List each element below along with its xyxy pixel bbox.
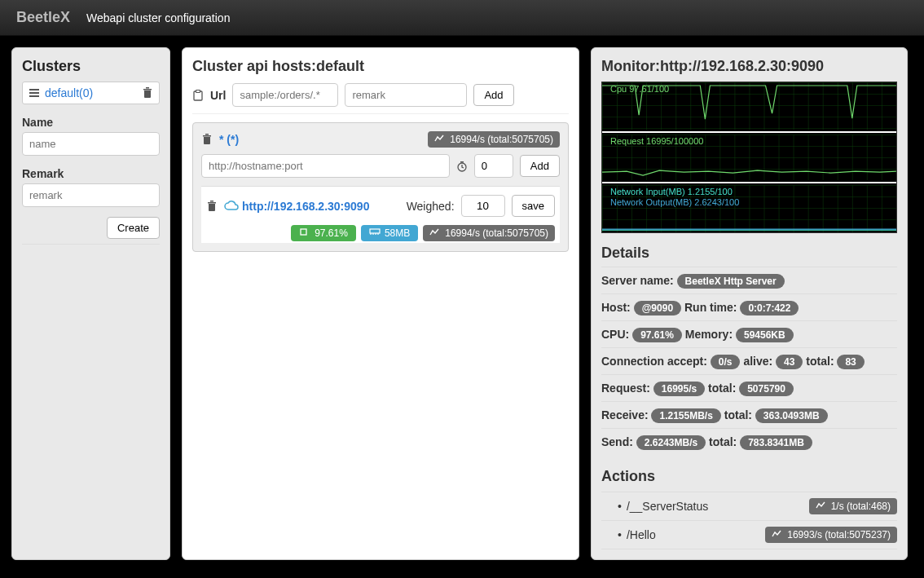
url-label: Url [210,89,226,102]
host-url[interactable]: http://192.168.2.30:9090 [242,200,369,213]
svg-rect-1 [29,92,39,94]
nav-link-config[interactable]: Webapi cluster configuration [86,11,230,24]
url-add-row: Url Add [192,82,569,114]
svg-rect-6 [460,161,464,163]
chart-icon [772,529,783,540]
cluster-item-label: default(0) [45,86,93,99]
cpu-badge: 97.61% [291,225,356,241]
create-button[interactable]: Create [107,217,160,239]
clipboard-icon [192,90,204,101]
hosts-title: Cluster api hosts:default [192,58,569,75]
actions-list: •/__ServerStatus 1/s (total:468) •/Hello… [601,492,897,549]
url-remark-input[interactable] [345,83,467,107]
url-group: * (*) 16994/s (total:5075705) Add [192,122,569,252]
timer-icon [456,161,468,172]
name-input[interactable] [22,132,160,156]
trash-icon[interactable] [206,201,218,212]
monitor-panel: Monitor:http://192.168.2.30:9090 Cpu 97.… [591,47,908,560]
chart-cpu: Cpu 97.61/100 [602,82,896,130]
list-icon [29,87,40,99]
detail-cpu-mem: CPU: 97.61% Memory: 59456KB [601,320,897,347]
action-stats: 1/s (total:468) [809,498,897,514]
group-stats: 16994/s (total:5075705) [428,131,560,148]
svg-rect-8 [370,229,380,233]
host-stats: 16994/s (total:5075705) [423,225,555,241]
save-button[interactable]: save [512,195,555,217]
memory-badge: 58MB [361,225,418,241]
chart-cpu-label: Cpu 97.61/100 [610,84,669,94]
monitor-title: Monitor:http://192.168.2.30:9090 [601,58,897,75]
url-input[interactable] [232,83,338,107]
monitor-charts: Cpu 97.61/100 Request 16995/100000 Netwo… [601,82,897,233]
memory-icon [369,227,381,239]
details-title: Details [601,245,897,262]
clusters-panel: Clusters default(0) Name Remark Create [11,47,170,560]
svg-rect-7 [301,229,306,235]
add-url-button[interactable]: Add [473,84,513,106]
timeout-input[interactable] [474,154,513,178]
chart-request: Request 16995/100000 [602,135,896,180]
weighed-label: Weighed: [407,200,455,213]
clusters-title: Clusters [22,58,160,75]
chart-req-label: Request 16995/100000 [610,136,703,146]
navbar: BeetleX Webapi cluster configuration [0,0,924,36]
trash-icon[interactable] [142,87,153,99]
cloud-icon [224,201,235,212]
remark-label: Remark [22,167,160,180]
chart-icon [429,227,441,239]
remark-input[interactable] [22,183,160,207]
add-host-button[interactable]: Add [520,155,560,177]
actions-title: Actions [601,468,897,485]
detail-receive: Receive: 1.2155MB/s total: 363.0493MB [601,401,897,428]
host-input[interactable] [201,154,450,178]
cluster-item[interactable]: default(0) [22,82,160,104]
weighed-input[interactable] [461,195,505,217]
host-entry: http://192.168.2.30:9090 Weighed: save 9… [201,186,560,243]
brand[interactable]: BeetleX [16,9,70,26]
svg-rect-0 [29,89,39,90]
hosts-panel: Cluster api hosts:default Url Add * (*) [182,47,579,560]
chart-no-label: Network Output(MB) 2.6243/100 [610,197,739,207]
trash-icon[interactable] [201,134,213,145]
chart-ni-label: Network Input(MB) 1.2155/100 [610,187,733,196]
action-stats: 16993/s (total:5075237) [765,527,897,543]
chart-network: Network Input(MB) 1.2155/100 Network Out… [602,185,896,232]
detail-connections: Connection accept: 0/s alive: 43 total: … [601,347,897,374]
detail-server-name: Server name: BeetleX Http Server [601,267,897,293]
chart-icon [816,501,827,512]
detail-request: Request: 16995/s total: 5075790 [601,374,897,401]
host-add-row: Add [201,154,560,178]
action-item: •/Hello 16993/s (total:5075237) [601,521,897,549]
group-pattern[interactable]: * (*) [219,133,239,146]
svg-rect-4 [196,90,200,92]
detail-host-runtime: Host: @9090 Run time: 0:0:7:422 [601,293,897,320]
svg-rect-2 [29,95,39,97]
chart-icon [434,134,446,145]
detail-send: Send: 2.6243MB/s total: 783.8341MB [601,428,897,455]
name-label: Name [22,116,160,129]
chip-icon [299,227,310,239]
action-item: •/__ServerStatus 1/s (total:468) [601,492,897,521]
